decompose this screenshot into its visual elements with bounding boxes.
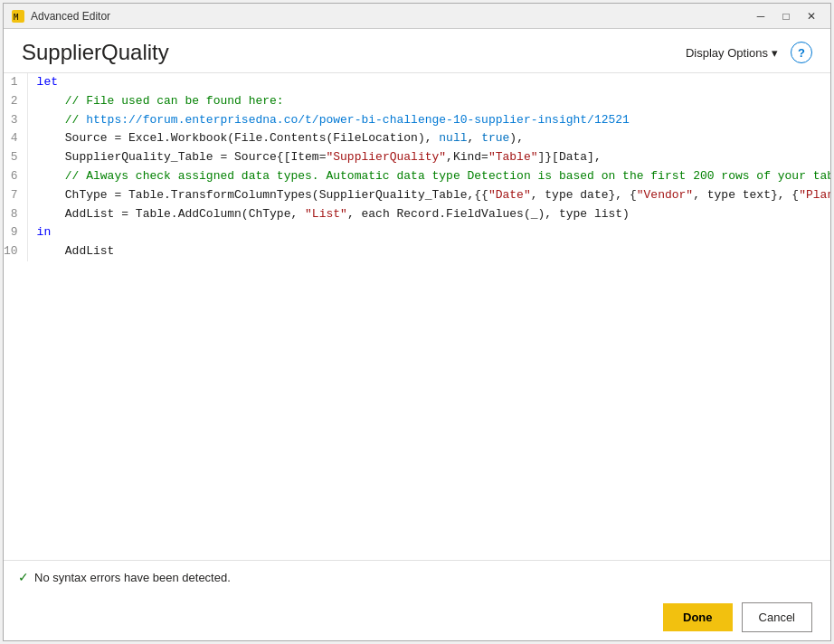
code-token: Source = Excel.Workbook(File.Contents(Fi…: [37, 131, 440, 145]
line-number: 9: [4, 223, 27, 242]
code-token: SupplierQuality_Table = Source{[Item=: [37, 150, 327, 164]
line-code: // File used can be found here:: [27, 92, 830, 111]
window-title: Advanced Editor: [31, 10, 749, 23]
code-token: , each Record.FieldValues(_), type list): [347, 207, 630, 221]
syntax-status-text: No syntax errors have been detected.: [34, 571, 231, 584]
line-number: 3: [4, 111, 27, 130]
code-token: ,Kind=: [446, 150, 488, 164]
table-row: 5 SupplierQuality_Table = Source{[Item="…: [4, 148, 830, 167]
line-number: 6: [4, 167, 27, 186]
minimize-button[interactable]: ─: [749, 7, 772, 25]
line-code: // Always check assigned data types. Aut…: [27, 167, 830, 186]
line-code: AddList = Table.AddColumn(ChType, "List"…: [27, 205, 830, 224]
line-code: Source = Excel.Workbook(File.Contents(Fi…: [27, 129, 830, 148]
syntax-check-icon: ✓: [18, 570, 29, 584]
help-button[interactable]: ?: [791, 42, 812, 63]
editor-title: SupplierQuality: [22, 40, 169, 65]
table-row: 3 // https://forum.enterprisedna.co/t/po…: [4, 111, 830, 130]
table-row: 6 // Always check assigned data types. A…: [4, 167, 830, 186]
code-token: AddList = Table.AddColumn(ChType,: [37, 207, 305, 221]
chevron-down-icon: ▾: [772, 46, 778, 60]
table-row: 1let: [4, 73, 830, 92]
table-row: 8 AddList = Table.AddColumn(ChType, "Lis…: [4, 205, 830, 224]
line-code: in: [27, 223, 830, 242]
code-token: , type text}, {: [693, 188, 799, 202]
code-token: let: [37, 75, 58, 89]
code-token: , type date}, {: [531, 188, 637, 202]
code-token: ),: [509, 131, 524, 145]
footer: Done Cancel: [4, 593, 830, 640]
line-code: ChType = Table.TransformColumnTypes(Supp…: [27, 186, 830, 205]
display-options-label: Display Options: [686, 46, 768, 60]
code-token: //: [37, 113, 87, 127]
line-number: 2: [4, 92, 27, 111]
editor-window: M Advanced Editor ─ □ ✕ SupplierQuality …: [3, 3, 831, 641]
code-token: "List": [305, 207, 347, 221]
code-token: ,: [468, 131, 482, 145]
header-right: Display Options ▾ ?: [680, 42, 812, 63]
editor-header: SupplierQuality Display Options ▾ ?: [4, 29, 830, 72]
table-row: 4 Source = Excel.Workbook(File.Contents(…: [4, 129, 830, 148]
cancel-button[interactable]: Cancel: [742, 602, 812, 632]
table-row: 7 ChType = Table.TransformColumnTypes(Su…: [4, 186, 830, 205]
table-row: 9in: [4, 223, 830, 242]
code-editor[interactable]: 1let2 // File used can be found here:3 /…: [4, 72, 830, 561]
code-token: ChType = Table.TransformColumnTypes(Supp…: [37, 188, 488, 202]
window-controls: ─ □ ✕: [749, 7, 823, 25]
code-token: // File used can be found here:: [37, 94, 284, 108]
title-bar: M Advanced Editor ─ □ ✕: [4, 4, 830, 29]
code-token: AddList: [37, 244, 115, 258]
display-options-button[interactable]: Display Options ▾: [680, 43, 783, 63]
code-token: https://forum.enterprisedna.co/t/power-b…: [86, 113, 630, 127]
code-token: "Date": [488, 188, 531, 202]
line-number: 5: [4, 148, 27, 167]
code-token: // Always check assigned data types. Aut…: [37, 169, 830, 183]
line-number: 1: [4, 73, 27, 92]
status-bar: ✓ No syntax errors have been detected.: [4, 561, 830, 593]
line-code: // https://forum.enterprisedna.co/t/powe…: [27, 111, 830, 130]
code-token: "Plant Location": [799, 188, 830, 202]
line-number: 10: [4, 242, 27, 261]
line-code: let: [27, 73, 830, 92]
done-button[interactable]: Done: [663, 603, 733, 631]
code-token: "Vendor": [637, 188, 693, 202]
code-token: "Table": [488, 150, 538, 164]
app-icon: M: [11, 9, 25, 24]
svg-text:M: M: [14, 13, 19, 22]
code-token: ]}[Data],: [538, 150, 602, 164]
close-button[interactable]: ✕: [800, 7, 823, 25]
line-code: SupplierQuality_Table = Source{[Item="Su…: [27, 148, 830, 167]
code-token: null: [439, 131, 467, 145]
code-table: 1let2 // File used can be found here:3 /…: [4, 73, 830, 261]
code-token: true: [481, 131, 509, 145]
line-number: 8: [4, 205, 27, 224]
maximize-button[interactable]: □: [774, 7, 798, 25]
table-row: 2 // File used can be found here:: [4, 92, 830, 111]
code-token: "SupplierQuality": [326, 150, 446, 164]
line-number: 4: [4, 129, 27, 148]
line-number: 7: [4, 186, 27, 205]
code-token: in: [37, 225, 52, 239]
table-row: 10 AddList: [4, 242, 830, 261]
line-code: AddList: [27, 242, 830, 261]
